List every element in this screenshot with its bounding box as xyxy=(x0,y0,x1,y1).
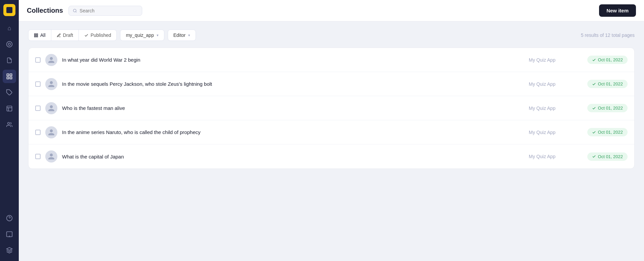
filter-all-button[interactable]: All xyxy=(29,30,51,41)
item-checkbox[interactable] xyxy=(35,81,41,87)
items-list: In what year did World War 2 begin My Qu… xyxy=(28,48,635,169)
filter-bar: All Draft Published my_quiz_app ▾ xyxy=(28,29,635,41)
user-avatar-icon xyxy=(48,80,55,88)
sidebar-item-home[interactable]: ⌂ xyxy=(3,21,16,35)
filter-published-button[interactable]: Published xyxy=(79,30,117,41)
item-status-badge: Oct 01, 2022 xyxy=(587,104,628,112)
item-app: My Quiz App xyxy=(529,57,583,63)
item-app: My Quiz App xyxy=(529,154,583,159)
grid-small-icon xyxy=(34,33,38,38)
chevron-down-icon: ▾ xyxy=(157,33,159,38)
item-title: What is the capital of Japan xyxy=(62,154,524,159)
svg-point-10 xyxy=(8,122,10,124)
item-avatar xyxy=(45,102,57,114)
chevron-down-icon-2: ▾ xyxy=(188,33,190,38)
status-filter-group: All Draft Published xyxy=(28,29,117,41)
svg-marker-16 xyxy=(7,248,12,250)
list-item[interactable]: In the anime series Naruto, who is calle… xyxy=(29,120,634,144)
item-title: Who is the fastest man alive xyxy=(62,105,524,111)
main-content: Collections New item All xyxy=(19,0,644,261)
svg-point-17 xyxy=(73,9,76,12)
search-icon xyxy=(73,8,77,13)
page-title: Collections xyxy=(27,7,63,14)
item-app: My Quiz App xyxy=(529,81,583,87)
svg-rect-3 xyxy=(10,74,12,76)
svg-rect-2 xyxy=(7,74,9,76)
check-status-icon xyxy=(592,58,596,62)
svg-rect-21 xyxy=(35,36,36,37)
item-avatar xyxy=(45,78,57,90)
item-app: My Quiz App xyxy=(529,130,583,135)
search-input[interactable] xyxy=(79,8,138,13)
new-item-button[interactable]: New item xyxy=(599,4,636,17)
item-title: In the anime series Naruto, who is calle… xyxy=(62,129,524,135)
item-avatar xyxy=(45,150,57,162)
svg-rect-19 xyxy=(35,34,36,35)
user-avatar-icon xyxy=(48,56,55,64)
sidebar: ⌂ xyxy=(0,0,19,261)
list-item[interactable]: In what year did World War 2 begin My Qu… xyxy=(29,48,634,72)
check-small-icon xyxy=(84,33,89,38)
item-title: In what year did World War 2 begin xyxy=(62,57,524,63)
svg-point-1 xyxy=(8,43,11,46)
check-status-icon xyxy=(592,82,596,86)
item-status-badge: Oct 01, 2022 xyxy=(587,152,628,161)
user-avatar-icon xyxy=(48,153,55,160)
results-count: 5 results of 12 total pages xyxy=(581,32,635,38)
sidebar-item-users[interactable] xyxy=(3,118,16,131)
item-avatar xyxy=(45,54,57,66)
sidebar-item-help[interactable] xyxy=(3,211,16,225)
list-item[interactable]: What is the capital of Japan My Quiz App… xyxy=(29,144,634,169)
user-avatar-icon xyxy=(48,105,55,112)
item-status-badge: Oct 01, 2022 xyxy=(587,128,628,136)
check-status-icon xyxy=(592,106,596,110)
item-status-badge: Oct 01, 2022 xyxy=(587,56,628,64)
header: Collections New item xyxy=(19,0,644,21)
check-status-icon xyxy=(592,130,596,134)
svg-rect-22 xyxy=(37,36,38,37)
filter-draft-button[interactable]: Draft xyxy=(51,30,79,41)
pencil-icon xyxy=(57,33,61,38)
list-item[interactable]: In the movie sequels Percy Jackson, who … xyxy=(29,72,634,96)
sidebar-item-activity[interactable] xyxy=(3,38,16,51)
item-app: My Quiz App xyxy=(529,106,583,111)
sidebar-item-grid[interactable] xyxy=(3,70,16,83)
sidebar-item-terminal[interactable] xyxy=(3,227,16,241)
svg-rect-20 xyxy=(37,34,38,35)
app-filter-dropdown[interactable]: my_quiz_app ▾ xyxy=(120,29,164,41)
item-avatar xyxy=(45,126,57,138)
item-title: In the movie sequels Percy Jackson, who … xyxy=(62,81,524,87)
sidebar-item-document[interactable] xyxy=(3,54,16,67)
item-checkbox[interactable] xyxy=(35,154,41,159)
editor-filter-dropdown[interactable]: Editor ▾ xyxy=(168,29,196,41)
svg-rect-4 xyxy=(7,77,9,79)
item-checkbox[interactable] xyxy=(35,130,41,135)
svg-rect-5 xyxy=(10,77,12,79)
svg-rect-7 xyxy=(7,106,12,111)
svg-line-18 xyxy=(75,11,76,12)
user-avatar-icon xyxy=(48,129,55,136)
list-item[interactable]: Who is the fastest man alive My Quiz App… xyxy=(29,96,634,120)
item-checkbox[interactable] xyxy=(35,106,41,111)
sidebar-item-layers[interactable] xyxy=(3,244,16,257)
logo-inner xyxy=(6,7,12,13)
item-checkbox[interactable] xyxy=(35,57,41,63)
item-status-badge: Oct 01, 2022 xyxy=(587,80,628,88)
sidebar-item-layout[interactable] xyxy=(3,102,16,115)
content-area: All Draft Published my_quiz_app ▾ xyxy=(19,21,644,261)
svg-point-0 xyxy=(7,42,12,47)
sidebar-item-puzzle[interactable] xyxy=(3,86,16,99)
logo[interactable] xyxy=(3,4,15,16)
search-box[interactable] xyxy=(68,6,142,16)
check-status-icon xyxy=(592,154,596,158)
